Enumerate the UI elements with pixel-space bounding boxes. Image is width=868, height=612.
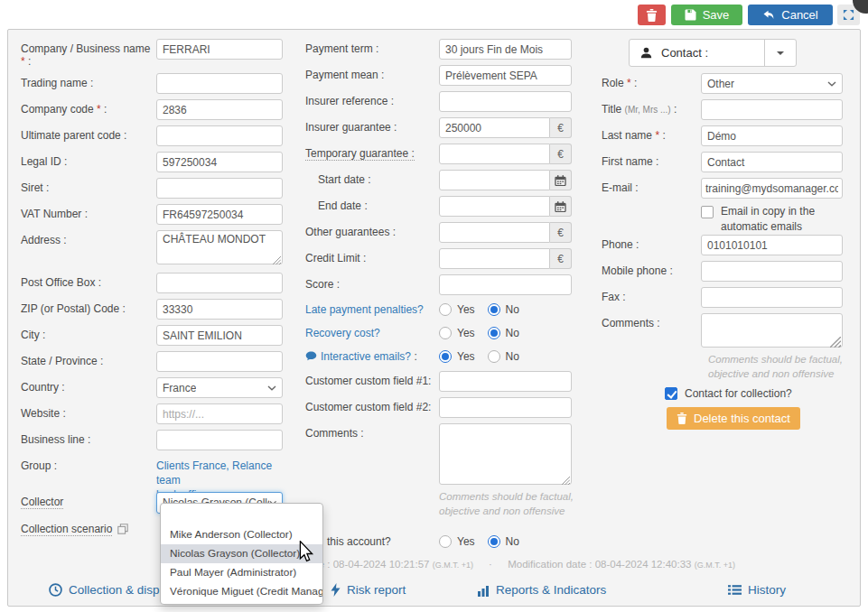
form-row: Mobile phone : [602, 261, 858, 282]
start-date-input[interactable] [439, 170, 550, 190]
score-input[interactable] [439, 274, 572, 295]
interactive-yes-radio[interactable] [439, 350, 452, 363]
account-yes-radio[interactable] [439, 535, 452, 548]
tab-history[interactable]: History [728, 583, 786, 597]
company-name-input[interactable] [156, 39, 283, 60]
collector-option-highlighted[interactable]: Nicolas Grayson (Collector) [161, 544, 322, 563]
external-window-icon[interactable] [117, 519, 128, 537]
email-copy-checkbox[interactable] [701, 206, 714, 218]
chevron-down-icon [267, 385, 276, 391]
post-office-box-input[interactable] [156, 273, 283, 293]
contact-comments-textarea[interactable] [701, 313, 843, 348]
tab-reports-indicators[interactable]: Reports & Indicators [477, 583, 606, 597]
form-row: Insurer reference : [305, 91, 582, 112]
account-no-radio[interactable] [488, 535, 500, 548]
siret-input[interactable] [156, 178, 283, 199]
custom-field-1-input[interactable] [439, 371, 572, 392]
credit-limit-input[interactable] [439, 248, 550, 269]
payment-risk-column: Payment term : Payment mean : Insurer re… [305, 39, 582, 556]
credit-limit-label: Credit Limit : [305, 248, 439, 264]
form-row: Group : Clients France, Relance team bac… [21, 456, 299, 487]
other-guarantees-input[interactable] [439, 222, 550, 243]
interactive-emails-link[interactable]: Interactive emails? [321, 350, 411, 363]
delete-contact-button[interactable]: Delete this contact [667, 407, 800, 430]
contact-for-collection-checkbox[interactable] [665, 387, 677, 400]
save-button-label: Save [703, 8, 730, 22]
custom-field-2-input[interactable] [439, 397, 572, 418]
collector-option-empty[interactable] [161, 506, 322, 525]
contact-selector-caret-button[interactable] [764, 40, 796, 66]
website-input[interactable] [156, 403, 283, 424]
title-input[interactable] [701, 99, 843, 120]
group-link-line1[interactable]: Clients France, Relance team [156, 459, 299, 487]
score-label: Score : [305, 274, 439, 291]
cancel-button[interactable]: Cancel [748, 5, 833, 25]
mobile-phone-label: Mobile phone : [602, 261, 701, 277]
tab-risk-report[interactable]: Risk report [331, 583, 406, 597]
role-select[interactable]: Other [701, 73, 843, 94]
vat-number-input[interactable] [156, 204, 283, 225]
contact-column: Contact : Role * : Other Title (Mr, Mrs … [602, 39, 858, 430]
insurer-reference-input[interactable] [439, 91, 572, 112]
last-name-label: Last name * : [602, 125, 701, 142]
recovery-yes-radio[interactable] [439, 327, 452, 339]
interactive-emails-label: Interactive emails? : [305, 348, 439, 363]
mobile-phone-input[interactable] [701, 261, 843, 282]
form-row: E-mail : [602, 178, 858, 199]
bar-chart-icon [477, 584, 490, 597]
zip-code-input[interactable] [156, 299, 283, 320]
form-row: Comments : [305, 423, 582, 487]
start-date-label: Start date : [305, 170, 439, 186]
title-label: Title (Mr, Mrs ...) : [602, 99, 701, 116]
form-row: Customer custom field #2: [305, 397, 582, 418]
first-name-input[interactable] [701, 152, 843, 172]
collector-option[interactable]: Véronique Miguet (Credit Manager) [161, 582, 322, 601]
customer-edit-screen: Save Cancel Company / Business name * : … [0, 0, 868, 612]
caret-down-icon [777, 51, 784, 55]
insurer-guarantee-input[interactable] [439, 117, 550, 138]
late-payment-penalties-link[interactable]: Late payment penalties? [305, 303, 424, 316]
ultimate-parent-code-input[interactable] [156, 125, 283, 146]
form-row: Customer custom field #1: [305, 371, 582, 392]
form-row: this account? Yes No [305, 533, 582, 551]
form-row: Address : CHÂTEAU MONDOT [21, 230, 299, 267]
form-row: Interactive emails? : Yes No [305, 348, 582, 366]
calendar-icon[interactable] [550, 196, 572, 217]
address-textarea[interactable]: CHÂTEAU MONDOT [156, 230, 283, 264]
country-select[interactable]: France [156, 377, 283, 398]
late-penalties-yes-radio[interactable] [439, 303, 452, 316]
temporary-guarantee-input[interactable] [439, 144, 550, 164]
phone-input[interactable] [701, 235, 843, 255]
fax-input[interactable] [701, 287, 843, 308]
recovery-no-radio[interactable] [488, 327, 500, 339]
trading-name-input[interactable] [156, 73, 283, 94]
form-row: Post Office Box : [21, 273, 299, 293]
company-code-input[interactable] [156, 99, 283, 120]
customer-comments-textarea[interactable] [439, 423, 572, 485]
state-province-input[interactable] [156, 351, 283, 372]
contact-selector-label: Contact : [661, 46, 708, 60]
fax-label: Fax : [602, 287, 701, 303]
contact-selector[interactable]: Contact : [629, 39, 797, 67]
person-icon [640, 47, 652, 59]
payment-mean-input[interactable] [439, 65, 572, 86]
last-name-input[interactable] [701, 125, 843, 146]
email-input[interactable] [701, 178, 843, 199]
payment-term-input[interactable] [439, 39, 572, 60]
late-payment-penalties-label: Late payment penalties? [305, 301, 439, 316]
end-date-input[interactable] [439, 196, 550, 217]
legal-id-input[interactable] [156, 152, 283, 172]
city-input[interactable] [156, 325, 283, 346]
business-line-input[interactable] [156, 430, 283, 450]
form-row: Business line : [21, 430, 299, 450]
post-office-box-label: Post Office Box : [21, 273, 156, 289]
recovery-cost-link[interactable]: Recovery cost? [305, 327, 380, 339]
calendar-icon[interactable] [550, 170, 572, 190]
delete-record-button[interactable] [638, 5, 666, 25]
interactive-no-radio[interactable] [488, 350, 500, 363]
collector-option[interactable]: Mike Anderson (Collector) [161, 525, 322, 544]
late-penalties-no-radio[interactable] [488, 303, 500, 316]
collector-option[interactable]: Paul Mayer (Administrator) [161, 563, 322, 582]
save-button[interactable]: Save [671, 5, 742, 25]
customer-form-panel: Company / Business name * : Trading name… [7, 29, 861, 607]
